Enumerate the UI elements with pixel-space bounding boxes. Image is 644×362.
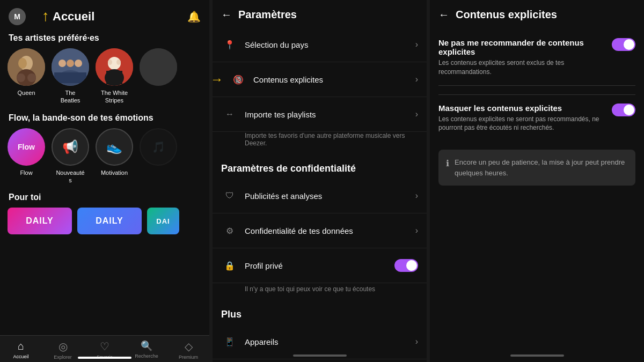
confidentialite-label: Confidentialité de tes données (245, 226, 415, 235)
pays-icon: 📍 (221, 36, 238, 53)
info-text: Encore un peu de patience, la mise à jou… (455, 157, 628, 178)
explicit-row-1-label: Ne pas me recommander de contenus explic… (438, 38, 605, 56)
flow-item-label-flow: Flow (20, 169, 32, 176)
artist-off[interactable] (140, 48, 177, 105)
flow-label-text: Flow (18, 143, 35, 151)
daily-label-3: DAI (156, 217, 170, 225)
nav-favoris-icon: ♡ (100, 340, 109, 353)
accueil-header: M ↑ Accueil 🔔 (0, 0, 209, 30)
flow-item-nouveautes[interactable]: 📢 Nouveautés (52, 128, 89, 184)
settings-import[interactable]: ↔ Importe tes playlists › (213, 97, 427, 132)
explicites-chevron: › (415, 75, 418, 84)
profil-prive-label: Profil privé (245, 261, 394, 270)
avatar[interactable]: M (9, 8, 26, 25)
contenus-back-button[interactable]: ← (438, 9, 449, 21)
artist-whitestripes-name: The WhiteStripes (101, 89, 128, 105)
flow-circle-nouveautes: 📢 (52, 128, 89, 166)
daily-card-2[interactable]: DAILY (77, 208, 142, 234)
flow-row: Flow Flow 📢 Nouveautés 👟 Motivation 🎵 (0, 128, 209, 184)
daily-card-1[interactable]: DAILY (8, 208, 72, 234)
import-icon: ↔ (221, 106, 238, 123)
artist-whitestripes[interactable]: The WhiteStripes (96, 48, 133, 105)
explicit-divider (438, 94, 635, 95)
contenus-header: ← Contenus explicites (430, 0, 644, 29)
nav-accueil[interactable]: ⌂ Accueil (0, 340, 42, 360)
toggle-knob-1 (624, 39, 634, 50)
profil-prive-toggle[interactable] (394, 259, 418, 272)
settings-profil-prive[interactable]: 🔒 Profil privé (213, 248, 427, 283)
nav-home-label: Accueil (13, 354, 28, 359)
artist-queen-name: Queen (17, 89, 35, 97)
artist-queen-photo (8, 48, 45, 86)
flow-circle-sc: 🎵 (140, 128, 177, 166)
bell-icon[interactable]: 🔔 (187, 10, 201, 23)
appareils-chevron: › (415, 337, 418, 346)
settings-list: 📍 Sélection du pays › → 🔞 Contenus expli… (213, 27, 427, 362)
settings-deezer-labs[interactable]: 🧪 Deezer Labs › (213, 359, 427, 362)
svg-point-8 (67, 60, 74, 67)
import-chevron: › (415, 109, 418, 119)
explicit-toggle-2[interactable] (612, 104, 635, 116)
parametres-title: Paramètres (238, 9, 297, 21)
toggle-knob (406, 260, 417, 271)
info-icon: ℹ (446, 158, 449, 168)
svg-rect-11 (54, 72, 86, 83)
flow-item-label-nouveautes: Nouveautés (56, 169, 84, 184)
artist-off-photo (140, 48, 177, 86)
explicit-toggle-1[interactable] (612, 38, 635, 51)
publicites-icon: 🛡 (221, 187, 238, 204)
appareils-icon: 📱 (221, 333, 238, 350)
svg-point-2 (18, 58, 27, 69)
svg-rect-17 (106, 71, 122, 84)
artist-whitestripes-photo (96, 48, 133, 86)
daily-card-3[interactable]: DAI (147, 208, 179, 234)
explicit-row-2-text: Masquer les contenus explicites Les cont… (438, 104, 605, 133)
flow-item-sc[interactable]: 🎵 (140, 128, 177, 184)
explicit-row-2-label: Masquer les contenus explicites (438, 104, 605, 113)
publicites-label: Publicités et analyses (245, 191, 415, 201)
confidentialite-icon: ⚙ (221, 222, 238, 239)
yellow-arrow-up: ↑ (42, 8, 49, 25)
info-box: ℹ Encore un peu de patience, la mise à j… (438, 150, 635, 186)
flow-item-label-motivation: Motivation (101, 169, 128, 176)
flow-item-motivation[interactable]: 👟 Motivation (96, 128, 133, 184)
explicit-row-1: Ne pas me recommander de contenus explic… (438, 38, 635, 86)
explicit-row-2: Masquer les contenus explicites Les cont… (438, 104, 635, 142)
contenus-title: Contenus explicites (456, 9, 557, 21)
profil-prive-icon: 🔒 (221, 257, 238, 274)
artist-queen[interactable]: Queen (8, 48, 45, 105)
daily-row: DAILY DAILY DAI (0, 208, 209, 234)
artist-beatles[interactable]: TheBeatles (52, 48, 89, 105)
app-title: Accueil (53, 10, 94, 24)
settings-publicites[interactable]: 🛡 Publicités et analyses › (213, 179, 427, 213)
settings-pays[interactable]: 📍 Sélection du pays › (213, 27, 427, 62)
import-description: Importe tes favoris d'une autre platefor… (213, 132, 427, 153)
parametres-panel: ← Paramètres 📍 Sélection du pays › → 🔞 C… (209, 0, 427, 362)
flow-circle-motivation: 👟 (96, 128, 133, 166)
artist-beatles-name: TheBeatles (61, 89, 80, 105)
home-indicator-bar (78, 357, 131, 359)
settings-explicites[interactable]: → 🔞 Contenus explicites › (213, 62, 427, 97)
svg-point-14 (108, 60, 112, 65)
svg-point-9 (75, 60, 82, 67)
flow-circle-main: Flow (8, 128, 45, 166)
yellow-arrow-explicit: → (210, 72, 223, 87)
nav-premium-label: Premium (179, 354, 198, 360)
import-label: Importe tes playlists (245, 110, 415, 119)
contenus-explicites-panel: ← Contenus explicites Ne pas me recomman… (427, 0, 644, 362)
home-indicator-p2 (293, 354, 347, 357)
nav-explorer-icon: ◎ (58, 340, 68, 353)
publicites-chevron: › (415, 191, 418, 201)
accueil-panel: M ↑ Accueil 🔔 Tes artistes préféré·es (0, 0, 209, 362)
confidentialite-chevron: › (415, 226, 418, 235)
flow-item-main[interactable]: Flow Flow (8, 128, 45, 184)
svg-rect-18 (140, 48, 177, 86)
explicites-icon: 🔞 (230, 71, 247, 88)
nav-recherche[interactable]: 🔍 Recherche (126, 340, 167, 360)
nav-premium-icon: ◇ (185, 340, 193, 353)
settings-confidentialite[interactable]: ⚙ Confidentialité de tes données › (213, 213, 427, 248)
nav-premium[interactable]: ◇ Premium (167, 340, 209, 360)
bottom-nav: ⌂ Accueil ◎ Explorer ♡ Favoris 🔍 Recherc… (0, 335, 209, 362)
parametres-back-button[interactable]: ← (221, 9, 232, 21)
parametres-header: ← Paramètres (213, 0, 427, 27)
